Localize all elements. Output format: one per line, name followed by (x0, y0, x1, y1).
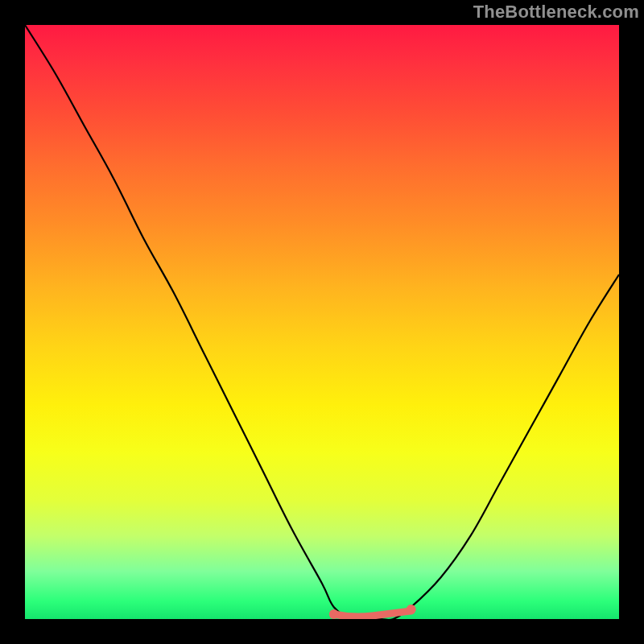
chart-frame: TheBottleneck.com (0, 0, 644, 644)
plot-area (25, 25, 619, 619)
trough-highlight (334, 611, 411, 617)
curve-path (25, 25, 619, 619)
watermark-text: TheBottleneck.com (473, 2, 639, 23)
trough-dot (329, 609, 339, 619)
bottleneck-curve (25, 25, 619, 619)
trough-dot (407, 605, 416, 614)
